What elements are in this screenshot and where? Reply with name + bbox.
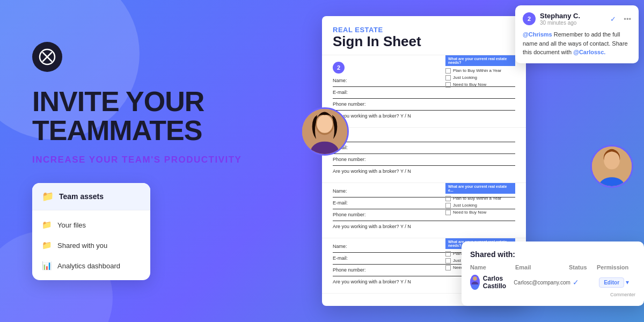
permission-chevron-icon[interactable]: ▾ [626, 279, 629, 286]
section-1-number: 2 [333, 62, 345, 74]
field-email-2: E-mail: [333, 145, 515, 150]
menu-item-shared-label: Shared with you [57, 241, 107, 250]
doc-section-3: Name: E-mail: Phone number: Are you work… [322, 183, 526, 238]
headline: INVITE YOUR TEAMMATES [32, 87, 247, 145]
commenter-label: Commenter [597, 292, 635, 297]
analytics-icon: 📊 [42, 261, 52, 270]
subheadline: INCREASE YOUR TEAM'S PRODUCTIVITY [32, 154, 247, 166]
field-broker-2: Are you working with a broker? Y / N [333, 169, 515, 174]
col-status: Status [569, 264, 595, 270]
shared-with-popup: Shared with: Name Email Status Permissio… [462, 241, 644, 306]
checkbox-item-2: Just Looking [445, 75, 515, 80]
comment-number: 2 [523, 12, 536, 25]
shared-user-name: Carlos Castillo [483, 275, 512, 290]
field-email: E-mail: [333, 90, 515, 95]
menu-item-your-files[interactable]: 📁 Your files [32, 215, 150, 235]
shared-user-name-cell: Carlos Castillo [470, 275, 511, 290]
svg-point-8 [604, 151, 620, 169]
field-phone-2: Phone number: [333, 157, 515, 162]
menu-items-list: 📁 Your files 📁 Shared with you 📊 Analyti… [32, 210, 150, 280]
checkbox-header-3: What are your current real estate e... [445, 183, 515, 194]
menu-header[interactable]: 📁 Team assets [32, 183, 150, 210]
shared-table-header: Name Email Status Permission [470, 264, 635, 270]
right-section: Real Estate Sign In Sheet 2 Name: E-mail… [279, 0, 644, 322]
menu-header-label: Team assets [59, 192, 104, 201]
doc-header: Real Estate Sign In Sheet [322, 16, 526, 55]
shared-title: Shared with: [470, 250, 635, 259]
field-phone: Phone number: [333, 101, 515, 107]
menu-item-your-files-label: Your files [57, 221, 86, 229]
checkbox-header-1: What are your current real estate needs? [445, 55, 515, 66]
comment-mention-1: @Chrisms [523, 31, 552, 38]
checkbox-item-1: Plan to Buy Within a Year [445, 68, 515, 74]
folder-shared-icon: 📁 [42, 240, 52, 250]
folder-files-icon: 📁 [42, 220, 52, 230]
doc-subtitle: Real Estate [333, 26, 515, 34]
permission-badge: Editor [599, 277, 624, 288]
app-logo [32, 42, 62, 72]
comment-author: Stephany C. [540, 12, 606, 20]
commenter-row: Commenter [470, 290, 635, 297]
profile-man-avatar [590, 145, 633, 188]
shared-user-email: Carlosc@company.com [514, 280, 570, 286]
checkbox-item-3b: Just Looking [445, 203, 515, 208]
profile-woman-image [302, 109, 347, 154]
shared-user-avatar [470, 275, 480, 290]
menu-item-analytics[interactable]: 📊 Analytics dashboard [32, 255, 150, 276]
doc-title: Sign In Sheet [333, 34, 515, 49]
doc-checkbox-section-1: What are your current real estate needs?… [445, 55, 515, 89]
left-section: INVITE YOUR TEAMMATES INCREASE YOUR TEAM… [32, 0, 247, 322]
folder-icon: 📁 [42, 191, 54, 202]
comment-time: 30 minutes ago [540, 20, 606, 26]
field-broker: Are you working with a broker? Y / N [333, 113, 515, 119]
comment-check-icon[interactable]: ✓ [610, 15, 616, 23]
shared-status-check-icon: ✓ [573, 278, 597, 287]
field-broker-3: Are you working with a broker? Y / N [333, 224, 515, 229]
checkbox-item-3: Need to Buy Now [445, 82, 515, 87]
shared-permission-cell[interactable]: Editor ▾ [599, 277, 635, 288]
logo-icon [39, 48, 56, 65]
menu-item-analytics-label: Analytics dashboard [57, 262, 120, 270]
doc-checkbox-section-3: What are your current real estate e... P… [445, 183, 515, 217]
woman-avatar-svg [302, 109, 347, 154]
comment-text: @Chrisms Remember to add the full name a… [523, 30, 631, 57]
comment-more-icon[interactable]: ••• [624, 15, 631, 23]
menu-card: 📁 Team assets 📁 Your files 📁 Shared with… [32, 183, 150, 280]
svg-point-11 [473, 276, 477, 281]
doc-section-1: 2 Name: E-mail: Phone number: Are you wo… [322, 55, 526, 128]
man-avatar-svg [592, 147, 632, 186]
col-email: Email [515, 264, 567, 270]
shared-user-avatar-svg [470, 275, 480, 284]
doc-section-2: Name: E-mail: Phone number: Are you work… [322, 128, 526, 183]
comment-header: 2 Stephany C. 30 minutes ago ✓ ••• [523, 12, 631, 26]
col-permission: Permission [597, 264, 635, 270]
checkbox-item-3a: Plan to Buy Within a Year [445, 196, 515, 201]
shared-user-row: Carlos Castillo Carlosc@company.com ✓ Ed… [470, 275, 635, 290]
field-name-2: Name: [333, 133, 515, 138]
menu-item-shared[interactable]: 📁 Shared with you [32, 235, 150, 255]
checkbox-item-3c: Need to Buy Now [445, 210, 515, 215]
comment-bubble: 2 Stephany C. 30 minutes ago ✓ ••• @Chri… [515, 5, 639, 63]
profile-woman-avatar [301, 107, 349, 156]
col-name: Name [470, 264, 513, 270]
svg-point-5 [317, 115, 333, 133]
comment-mention-2: @Carlossc. [573, 49, 605, 55]
